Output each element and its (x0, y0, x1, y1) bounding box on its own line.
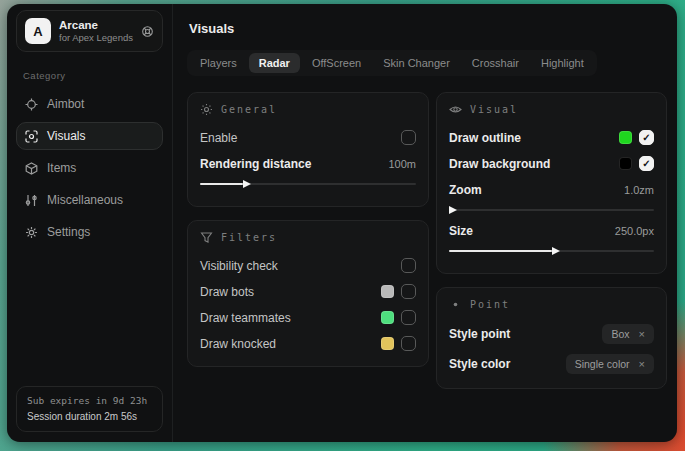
setting-row-style-color: Style color Single color × (449, 352, 654, 376)
setting-label: Enable (200, 131, 237, 145)
tab-players[interactable]: Players (190, 53, 247, 73)
check-icon: ✓ (642, 159, 650, 169)
visibility-check-checkbox[interactable]: ✓ (401, 258, 416, 273)
style-color-chip[interactable]: Single color × (566, 354, 654, 374)
sidebar-item-visuals[interactable]: Visuals (16, 122, 163, 150)
color-swatch[interactable] (619, 157, 632, 170)
rendering-distance-slider[interactable] (200, 179, 416, 189)
visual-card: Visual Draw outline ✓ Draw background (436, 92, 667, 274)
setting-label: Draw background (449, 157, 550, 171)
eye-icon (449, 103, 462, 116)
slider-thumb[interactable] (243, 180, 251, 188)
setting-row-draw-teammates: Draw teammates ✓ (200, 307, 416, 328)
page-title: Visuals (189, 21, 668, 36)
tab-highlight[interactable]: Highlight (531, 53, 594, 73)
cube-icon (25, 162, 38, 175)
setting-label: Size (449, 224, 473, 238)
eye-scan-icon (25, 130, 38, 143)
sidebar-item-settings[interactable]: Settings (16, 218, 163, 246)
setting-value: 100m (388, 158, 416, 170)
zoom-slider[interactable] (449, 205, 654, 215)
slider-fill (449, 250, 552, 252)
tab-radar[interactable]: Radar (249, 53, 300, 73)
funnel-icon (200, 231, 213, 244)
draw-outline-checkbox[interactable]: ✓ (639, 130, 654, 145)
general-card: General Enable ✓ Rendering distance 100m (187, 92, 429, 207)
session-duration-text: Session duration 2m 56s (27, 409, 152, 425)
setting-row-visibility-check: Visibility check ✓ (200, 255, 416, 276)
tab-offscreen[interactable]: OffScreen (302, 53, 371, 73)
visual-card-header: Visual (449, 103, 654, 116)
sidebar-item-label: Visuals (47, 129, 85, 143)
slider-thumb[interactable] (552, 247, 560, 255)
app-name: Arcane (59, 18, 133, 32)
size-slider[interactable] (449, 246, 654, 256)
chip-label: Box (611, 328, 629, 340)
chip-close-icon[interactable]: × (639, 329, 645, 340)
app-subtitle: for Apex Legends (59, 32, 133, 44)
section-title: Filters (221, 232, 277, 243)
chip-close-icon[interactable]: × (639, 359, 645, 370)
setting-value: 250.0px (615, 225, 654, 237)
main-content: Visuals Players Radar OffScreen Skin Cha… (173, 4, 677, 442)
subscription-status-card: Sub expires in 9d 23h Session duration 2… (16, 386, 163, 432)
sidebar-item-miscellaneous[interactable]: Miscellaneous (16, 186, 163, 214)
setting-value: 1.0zm (624, 184, 654, 196)
sidebar-item-label: Aimbot (47, 97, 84, 111)
setting-label: Rendering distance (200, 157, 311, 171)
color-swatch[interactable] (381, 285, 394, 298)
sidebar-item-label: Miscellaneous (47, 193, 123, 207)
setting-label: Style point (449, 327, 510, 341)
setting-label: Style color (449, 357, 510, 371)
sliders-icon (25, 194, 38, 207)
setting-label: Draw bots (200, 285, 254, 299)
slider-track[interactable] (449, 250, 654, 252)
slider-thumb[interactable] (449, 206, 457, 214)
target-icon[interactable] (141, 25, 154, 38)
sidebar-item-aimbot[interactable]: Aimbot (16, 90, 163, 118)
draw-teammates-checkbox[interactable]: ✓ (401, 310, 416, 325)
draw-bots-checkbox[interactable]: ✓ (401, 284, 416, 299)
style-point-chip[interactable]: Box × (602, 324, 654, 344)
slider-track[interactable] (449, 209, 654, 211)
tab-bar: Players Radar OffScreen Skin Changer Cro… (187, 50, 597, 76)
setting-label: Zoom (449, 183, 482, 197)
setting-row-style-point: Style point Box × (449, 322, 654, 346)
setting-label: Draw knocked (200, 337, 276, 351)
tab-crosshair[interactable]: Crosshair (462, 53, 529, 73)
section-title: Visual (470, 104, 518, 115)
setting-row-draw-knocked: Draw knocked ✓ (200, 333, 416, 354)
color-swatch[interactable] (619, 131, 632, 144)
filters-card-header: Filters (200, 231, 416, 244)
draw-knocked-checkbox[interactable]: ✓ (401, 336, 416, 351)
setting-label: Draw teammates (200, 311, 291, 325)
settings-columns: General Enable ✓ Rendering distance 100m (187, 92, 668, 389)
filters-card: Filters Visibility check ✓ Draw bots (187, 220, 429, 367)
draw-background-checkbox[interactable]: ✓ (639, 156, 654, 171)
color-swatch[interactable] (381, 337, 394, 350)
slider-track[interactable] (200, 183, 416, 185)
app-logo: A (25, 18, 51, 44)
slider-fill (200, 183, 243, 185)
point-card-header: Point (449, 298, 654, 311)
check-icon: ✓ (642, 133, 650, 143)
chip-label: Single color (575, 358, 630, 370)
general-card-header: General (200, 103, 416, 116)
sidebar-item-items[interactable]: Items (16, 154, 163, 182)
setting-row-size: Size 250.0px (449, 220, 654, 241)
gear-icon (25, 226, 38, 239)
section-title: General (221, 104, 277, 115)
setting-label: Draw outline (449, 131, 521, 145)
color-swatch[interactable] (381, 311, 394, 324)
tab-skin-changer[interactable]: Skin Changer (373, 53, 460, 73)
sidebar: A Arcane for Apex Legends Category (7, 4, 173, 442)
section-title: Point (470, 299, 510, 310)
setting-row-rendering-distance: Rendering distance 100m (200, 153, 416, 174)
enable-checkbox[interactable]: ✓ (401, 130, 416, 145)
app-window: A Arcane for Apex Legends Category (7, 4, 677, 442)
setting-row-enable: Enable ✓ (200, 127, 416, 148)
sun-icon (200, 103, 213, 116)
crosshair-icon (25, 98, 38, 111)
brand-card: A Arcane for Apex Legends (16, 10, 163, 52)
point-icon (449, 298, 462, 311)
